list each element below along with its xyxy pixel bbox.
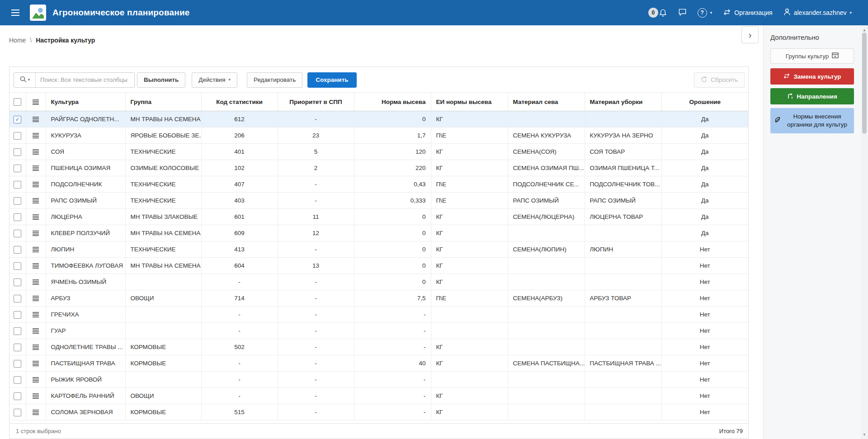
column-header-seed-material[interactable]: Материал сева [508, 93, 585, 111]
cell-seed[interactable]: СЕМЕНА(ЛЮПИН) [508, 241, 585, 258]
cell-priority[interactable]: - [278, 290, 354, 307]
cell-harvest[interactable] [585, 258, 661, 274]
row-checkbox[interactable] [14, 279, 21, 286]
cell-irrigation[interactable]: Нет [661, 372, 748, 388]
drag-handle-icon[interactable] [32, 165, 39, 171]
run-button[interactable]: Выполнить [137, 72, 185, 88]
row-checkbox[interactable] [14, 409, 21, 416]
notifications-button[interactable]: 0 [648, 8, 667, 18]
table-row[interactable]: СОЯТЕХНИЧЕСКИЕ4015120КГСЕМЕНА(СОЯ)СОЯ ТО… [9, 144, 748, 160]
organization-button[interactable]: Организация [723, 9, 772, 17]
table-row[interactable]: ПАСТБИЩНАЯ ТРАВАКОРМОВЫЕ--40КГСЕМЕНА ПАС… [9, 355, 748, 372]
cell-irrigation[interactable]: Нет [661, 290, 748, 307]
cell-seed[interactable]: ПОДСОЛНЕЧНИК СЕ... [508, 176, 585, 193]
cell-code[interactable]: 403 [201, 193, 278, 209]
cell-irrigation[interactable]: Нет [661, 339, 748, 355]
cell-culture[interactable]: РЫЖИК ЯРОВОЙ [46, 372, 125, 388]
cell-unit[interactable]: КГ [431, 225, 508, 241]
drag-handle-icon[interactable] [32, 263, 39, 269]
cell-seed[interactable] [508, 274, 585, 290]
row-checkbox[interactable] [14, 262, 21, 270]
cell-code[interactable]: 612 [201, 111, 278, 127]
row-checkbox[interactable] [14, 295, 21, 302]
search-input[interactable] [36, 73, 134, 87]
drag-handle-icon[interactable] [32, 132, 39, 139]
cell-irrigation[interactable]: Да [661, 111, 748, 127]
cell-code[interactable]: - [201, 307, 278, 323]
cell-unit[interactable]: КГ [431, 160, 508, 176]
cell-group[interactable]: КОРМОВЫЕ [125, 339, 201, 355]
cell-rate[interactable]: - [354, 404, 431, 420]
cell-irrigation[interactable]: Нет [661, 258, 748, 274]
cell-code[interactable]: 502 [201, 339, 278, 355]
cell-rate[interactable]: 0 [354, 274, 431, 290]
table-row[interactable]: ЛЮПИНТЕХНИЧЕСКИЕ413-0КГСЕМЕНА(ЛЮПИН)ЛЮПИ… [9, 241, 748, 258]
cell-culture[interactable]: СОЛОМА ЗЕРНОВАЯ [46, 404, 125, 420]
cell-priority[interactable]: - [278, 388, 354, 404]
user-menu-button[interactable]: alexander.sazhnev ▾ [783, 8, 852, 17]
cell-unit[interactable]: КГ [431, 339, 508, 355]
drag-handle-icon[interactable] [32, 214, 39, 220]
cell-unit[interactable] [431, 307, 508, 323]
row-checkbox[interactable] [14, 181, 21, 189]
cell-seed[interactable]: СЕМЕНА(СОЯ) [508, 144, 585, 160]
cell-rate[interactable]: 7,5 [354, 290, 431, 307]
cell-group[interactable]: ТЕХНИЧЕСКИЕ [125, 176, 201, 193]
cell-irrigation[interactable]: Нет [661, 323, 748, 339]
cell-unit[interactable]: КГ [431, 274, 508, 290]
actions-button[interactable]: Действия ▾ [192, 72, 237, 88]
cell-group[interactable]: КОРМОВЫЕ [125, 404, 201, 420]
reset-button[interactable]: Сбросить [694, 72, 745, 88]
cell-harvest[interactable] [585, 404, 661, 420]
cell-code[interactable]: 206 [201, 127, 278, 144]
cell-harvest[interactable]: КУКУРУЗА НА ЗЕРНО [585, 127, 661, 144]
cell-code[interactable]: - [201, 388, 278, 404]
cell-group[interactable] [125, 307, 201, 323]
cell-seed[interactable]: СЕМЕНА(АРБУЗ) [508, 290, 585, 307]
drag-handle-icon[interactable] [32, 181, 39, 188]
row-checkbox[interactable] [14, 376, 21, 384]
cell-harvest[interactable] [585, 388, 661, 404]
row-checkbox[interactable] [14, 197, 21, 205]
column-header-culture[interactable]: Культура [46, 93, 125, 111]
cell-culture[interactable]: ОДНОЛЕТНИЕ ТРАВЫ ... [46, 339, 125, 355]
cell-priority[interactable]: 23 [278, 127, 354, 144]
menu-icon[interactable] [8, 9, 23, 17]
sidebar-collapse-button[interactable]: › [741, 26, 759, 43]
cell-group[interactable] [125, 274, 201, 290]
cell-rate[interactable]: 0,43 [354, 176, 431, 193]
cell-culture[interactable]: ЯЧМЕНЬ ОЗИМЫЙ [46, 274, 125, 290]
cell-group[interactable] [125, 323, 201, 339]
cell-culture[interactable]: КЛЕВЕР ПОЛЗУЧИЙ [46, 225, 125, 241]
row-menu-icon[interactable] [32, 99, 39, 105]
table-row[interactable]: ЛЮЦЕРНАМН ТРАВЫ ЗЛАКОВЫЕ601110КГСЕМЕНА(Л… [9, 209, 748, 225]
cell-code[interactable]: 401 [201, 144, 278, 160]
cell-code[interactable]: - [201, 372, 278, 388]
row-checkbox[interactable] [14, 311, 21, 319]
cell-unit[interactable]: КГ [431, 258, 508, 274]
cell-group[interactable] [125, 372, 201, 388]
cell-harvest[interactable] [585, 307, 661, 323]
cell-culture[interactable]: АРБУЗ [46, 290, 125, 307]
replace-crops-button[interactable]: Замена культур [770, 68, 854, 85]
row-checkbox[interactable] [14, 148, 21, 156]
column-header-harvest-material[interactable]: Материал уборки [585, 93, 661, 111]
drag-handle-icon[interactable] [32, 246, 39, 253]
column-header-stat-code[interactable]: Код статистики [201, 93, 278, 111]
table-row[interactable]: КАРТОФЕЛЬ РАННИЙОВОЩИ---КГНет [9, 388, 748, 404]
cell-harvest[interactable]: ПОДСОЛНЕЧНИК ТОВ... [585, 176, 661, 193]
row-checkbox[interactable] [14, 246, 21, 254]
table-row[interactable]: РАПС ОЗИМЫЙТЕХНИЧЕСКИЕ403-0,333П\ЕРАПС О… [9, 193, 748, 209]
cell-culture[interactable]: РАПС ОЗИМЫЙ [46, 193, 125, 209]
cell-group[interactable]: МН ТРАВЫ ЗЛАКОВЫЕ [125, 209, 201, 225]
cell-rate[interactable]: 1,7 [354, 127, 431, 144]
cell-irrigation[interactable]: Да [661, 144, 748, 160]
cell-irrigation[interactable]: Да [661, 193, 748, 209]
cell-priority[interactable]: - [278, 176, 354, 193]
cell-harvest[interactable] [585, 339, 661, 355]
drag-handle-icon[interactable] [32, 149, 39, 155]
cell-priority[interactable]: - [278, 111, 354, 127]
feedback-button[interactable] [678, 8, 687, 18]
cell-seed[interactable] [508, 388, 585, 404]
cell-harvest[interactable] [585, 111, 661, 127]
